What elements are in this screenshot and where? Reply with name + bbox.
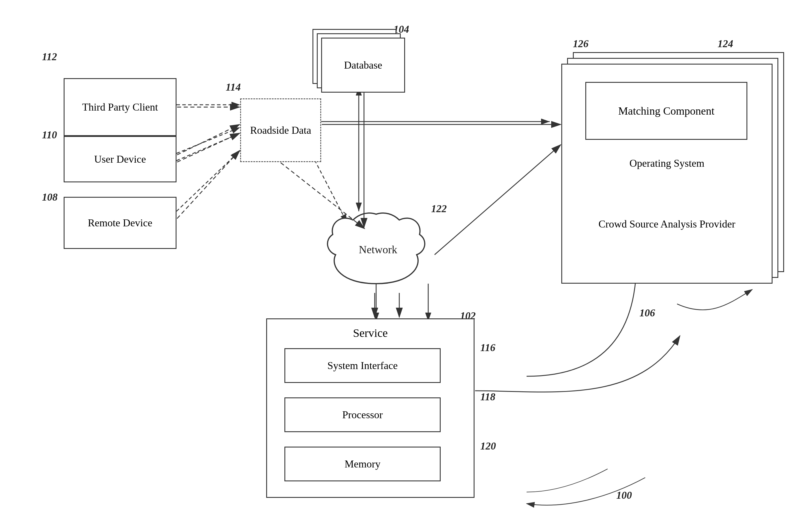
- label-120: 120: [480, 440, 496, 452]
- user-device-label: User Device: [94, 153, 146, 165]
- svg-line-18: [177, 151, 240, 218]
- processor-label: Processor: [342, 409, 383, 421]
- system-interface-box: System Interface: [285, 348, 441, 383]
- remote-device-label: Remote Device: [88, 217, 152, 229]
- network-label: Network: [359, 243, 397, 256]
- label-118: 118: [480, 391, 495, 403]
- roadside-data-label: Roadside Data: [250, 124, 311, 136]
- label-114: 114: [226, 81, 241, 93]
- memory-label: Memory: [345, 458, 381, 470]
- label-124: 124: [718, 37, 733, 50]
- svg-line-24: [434, 145, 561, 255]
- label-116: 116: [480, 341, 495, 354]
- label-106: 106: [639, 307, 655, 319]
- third-party-client-box: Third Party Client: [64, 78, 177, 136]
- matching-component-box: Matching Component: [585, 82, 747, 140]
- svg-line-16: [177, 124, 240, 155]
- operating-system-label: Operating System: [630, 157, 705, 169]
- label-108: 108: [42, 191, 58, 203]
- label-112: 112: [42, 51, 57, 63]
- network-cloud: Network: [318, 211, 434, 293]
- csap-main-box: Operating System Crowd Source Analysis P…: [561, 64, 772, 284]
- remote-device-box: Remote Device: [64, 197, 177, 249]
- user-device-box: User Device: [64, 136, 177, 182]
- processor-box: Processor: [285, 397, 441, 432]
- svg-line-6: [177, 151, 240, 211]
- svg-line-17: [177, 133, 240, 162]
- database-box: Database: [321, 37, 405, 93]
- roadside-data-box: Roadside Data: [240, 98, 321, 162]
- svg-line-4: [177, 127, 240, 153]
- third-party-client-label: Third Party Client: [82, 101, 158, 113]
- label-110: 110: [42, 129, 57, 141]
- svg-line-5: [177, 133, 240, 161]
- service-label: Service: [353, 326, 388, 340]
- system-interface-label: System Interface: [327, 360, 398, 371]
- crowd-source-label: Crowd Source Analysis Provider: [580, 218, 754, 230]
- service-box: Service System Interface Processor Memor…: [266, 318, 475, 498]
- database-label: Database: [344, 59, 382, 71]
- memory-box: Memory: [285, 446, 441, 481]
- label-126: 126: [573, 37, 588, 50]
- label-122: 122: [431, 203, 447, 215]
- matching-component-label: Matching Component: [618, 105, 714, 117]
- label-100: 100: [616, 489, 632, 501]
